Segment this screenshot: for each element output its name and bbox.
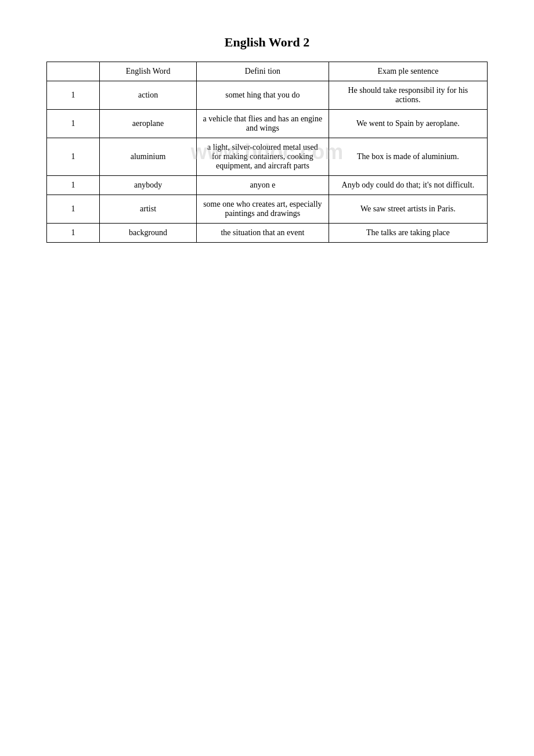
row-word: aeroplane <box>100 110 197 138</box>
row-example: We went to Spain by aeroplane. <box>329 110 487 138</box>
row-definition: anyon e <box>197 176 329 195</box>
table-row: 1anybodyanyon eAnyb ody could do that; i… <box>47 176 488 195</box>
row-definition: a vehicle that flies and has an engine a… <box>197 110 329 138</box>
row-definition: a light, silver-coloured metal used for … <box>197 138 329 176</box>
row-word: artist <box>100 195 197 224</box>
table-row: 1aluminiuma light, silver-coloured metal… <box>47 138 488 176</box>
row-word: background <box>100 224 197 243</box>
row-example: We saw street artists in Paris. <box>329 195 487 224</box>
vocabulary-table: English Word Defini tion Exam ple senten… <box>46 62 488 243</box>
row-number: 1 <box>47 138 100 176</box>
table-row: 1artistsome one who creates art, especia… <box>47 195 488 224</box>
row-number: 1 <box>47 224 100 243</box>
header-word: English Word <box>100 62 197 81</box>
row-number: 1 <box>47 81 100 110</box>
table-row: 1actionsomet hing that you doHe should t… <box>47 81 488 110</box>
table-row: 1aeroplanea vehicle that flies and has a… <box>47 110 488 138</box>
row-definition: somet hing that you do <box>197 81 329 110</box>
row-word: action <box>100 81 197 110</box>
header-example: Exam ple sentence <box>329 62 487 81</box>
row-example: The box is made of aluminium. <box>329 138 487 176</box>
table-header-row: English Word Defini tion Exam ple senten… <box>47 62 488 81</box>
row-definition: some one who creates art, especially pai… <box>197 195 329 224</box>
row-number: 1 <box>47 176 100 195</box>
row-example: Anyb ody could do that; it's not difficu… <box>329 176 487 195</box>
row-number: 1 <box>47 195 100 224</box>
header-definition: Defini tion <box>197 62 329 81</box>
page-title: English Word 2 <box>46 35 488 50</box>
row-example: He should take responsibil ity for his a… <box>329 81 487 110</box>
table-row: 1backgroundthe situation that an eventTh… <box>47 224 488 243</box>
row-number: 1 <box>47 110 100 138</box>
row-word: anybody <box>100 176 197 195</box>
row-definition: the situation that an event <box>197 224 329 243</box>
header-number <box>47 62 100 81</box>
row-example: The talks are taking place <box>329 224 487 243</box>
row-word: aluminium <box>100 138 197 176</box>
